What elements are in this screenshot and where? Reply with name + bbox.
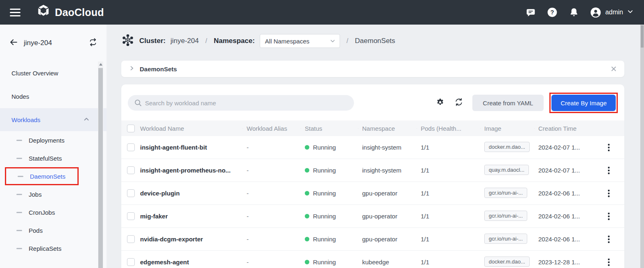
row-checkbox[interactable] (127, 143, 135, 151)
status-label: Running (313, 144, 336, 151)
status-label: Running (313, 213, 336, 220)
sidebar-item-workloads[interactable]: Workloads (0, 108, 107, 131)
pods-cell: 1/1 (417, 144, 480, 151)
workload-alias: - (243, 213, 301, 220)
chat-icon[interactable] (525, 7, 536, 18)
column-header-workload-alias[interactable]: Workload Alias (243, 125, 301, 132)
dash-bullet-icon (16, 248, 22, 249)
sidebar-item-label: Cluster Overview (11, 70, 58, 77)
namespace-cell: insight-system (358, 167, 417, 174)
notification-bell-icon[interactable] (569, 7, 579, 18)
row-checkbox[interactable] (127, 166, 135, 174)
sidebar-item-label: Deployments (29, 137, 65, 144)
column-header-pods[interactable]: Pods (Health... (417, 125, 480, 132)
breadcrumb: DaemonSets (121, 61, 624, 77)
table-row[interactable]: insight-agent-fluent-bit - Running insig… (121, 136, 624, 159)
toolbar-icons (436, 98, 463, 108)
brand[interactable]: DaoCloud (36, 4, 104, 20)
username-label: admin (605, 9, 623, 16)
separator: / (205, 37, 207, 45)
row-checkbox[interactable] (127, 258, 135, 266)
row-checkbox[interactable] (127, 235, 135, 243)
sidebar-item-jobs[interactable]: Jobs (0, 185, 107, 203)
sidebar-item-pods[interactable]: Pods (0, 221, 107, 239)
gear-icon[interactable] (436, 98, 444, 108)
status-cell: Running (301, 167, 358, 174)
column-header-namespace[interactable]: Namespace (358, 125, 417, 132)
close-icon[interactable] (610, 66, 617, 72)
kebab-menu-button[interactable] (605, 257, 613, 268)
table-row[interactable]: device-plugin - Running gpu-operator 1/1… (121, 182, 624, 205)
main-area: Cluster: jinye-204 / Namespace: All Name… (107, 25, 644, 268)
table-row[interactable]: edgemesh-agent - Running kubeedge 1/1 do… (121, 251, 624, 268)
hamburger-menu-icon[interactable] (10, 7, 20, 18)
scroll-up-arrow-icon[interactable] (99, 63, 102, 66)
sidebar-item-statefulsets[interactable]: StatefulSets (0, 149, 107, 167)
workload-name-link[interactable]: edgemesh-agent (140, 259, 243, 266)
dash-bullet-icon (16, 230, 22, 231)
pods-cell: 1/1 (417, 236, 480, 243)
select-all-checkbox[interactable] (127, 125, 135, 132)
status-label: Running (313, 190, 336, 197)
status-cell: Running (301, 236, 358, 243)
svg-text:?: ? (551, 9, 554, 16)
sidebar-item-label: CronJobs (29, 209, 55, 216)
annotation-box-create-by-image: Create By Image (549, 93, 618, 113)
column-header-workload-name[interactable]: Workload Name (140, 125, 243, 132)
sidebar-item-cronjobs[interactable]: CronJobs (0, 203, 107, 221)
image-chip[interactable]: gcr.io/run-ai-... (484, 234, 527, 244)
sidebar-item-nodes[interactable]: Nodes (0, 85, 107, 108)
table-row[interactable]: nvidia-dcgm-exporter - Running gpu-opera… (121, 228, 624, 251)
create-from-yaml-button[interactable]: Create from YAML (472, 95, 544, 111)
pods-cell: 1/1 (417, 213, 480, 220)
refresh-icon[interactable] (454, 98, 463, 108)
image-chip[interactable]: quay.m.daocl... (484, 165, 529, 175)
image-chip[interactable]: gcr.io/run-ai-... (484, 211, 527, 221)
create-by-image-button[interactable]: Create By Image (551, 95, 616, 111)
workload-name-link[interactable]: nvidia-dcgm-exporter (140, 236, 243, 243)
namespace-cell: insight-system (358, 144, 417, 151)
sidebar-item-cluster-overview[interactable]: Cluster Overview (0, 61, 107, 85)
chevron-down-icon[interactable] (627, 9, 633, 16)
sidebar-item-daemonsets[interactable]: DaemonSets (5, 167, 79, 185)
table-row[interactable]: mig-faker - Running gpu-operator 1/1 gcr… (121, 205, 624, 228)
page-scrollbar-thumb[interactable] (641, 25, 644, 48)
kebab-menu-button[interactable] (605, 188, 613, 199)
chevron-right-icon[interactable] (129, 65, 135, 73)
top-bar: DaoCloud ? (0, 0, 644, 25)
workload-name-link[interactable]: insight-agent-fluent-bit (140, 144, 243, 151)
sidebar-item-label: Nodes (11, 93, 29, 100)
cluster-switch-icon[interactable] (88, 38, 98, 48)
search-input[interactable] (128, 95, 354, 111)
column-header-status[interactable]: Status (301, 125, 358, 132)
row-checkbox[interactable] (127, 189, 135, 197)
workload-name-link[interactable]: insight-agent-prometheus-no... (140, 167, 243, 174)
kebab-menu-button[interactable] (605, 165, 613, 176)
row-checkbox[interactable] (127, 212, 135, 220)
dash-bullet-icon (16, 140, 22, 141)
column-header-image[interactable]: Image (480, 125, 534, 132)
column-header-creation-time[interactable]: Creation Time (534, 125, 593, 132)
table-row[interactable]: insight-agent-prometheus-no... - Running… (121, 159, 624, 182)
image-chip[interactable]: gcr.io/run-ai-... (484, 188, 527, 198)
help-icon[interactable]: ? (547, 7, 558, 18)
back-arrow-icon[interactable] (9, 38, 18, 48)
page-scrollbar[interactable] (640, 25, 644, 268)
cluster-value[interactable]: jinye-204 (170, 37, 199, 45)
pods-cell: 1/1 (417, 190, 480, 197)
kebab-menu-button[interactable] (605, 211, 613, 222)
image-chip[interactable]: docker.m.dao... (484, 257, 530, 267)
sidebar-scrollbar[interactable] (98, 61, 103, 268)
search-icon (134, 99, 142, 109)
namespace-select[interactable]: All Namespaces (260, 34, 340, 48)
workload-name-link[interactable]: mig-faker (140, 213, 243, 220)
workload-name-link[interactable]: device-plugin (140, 190, 243, 197)
sidebar-item-deployments[interactable]: Deployments (0, 131, 107, 149)
status-dot-icon (305, 260, 309, 264)
user-menu[interactable]: admin (590, 7, 633, 18)
kebab-menu-button[interactable] (605, 234, 613, 245)
sidebar-scrollbar-thumb[interactable] (98, 68, 103, 268)
kebab-menu-button[interactable] (605, 142, 613, 153)
image-chip[interactable]: docker.m.dao... (484, 142, 530, 152)
sidebar-item-replicasets[interactable]: ReplicaSets (0, 239, 107, 257)
